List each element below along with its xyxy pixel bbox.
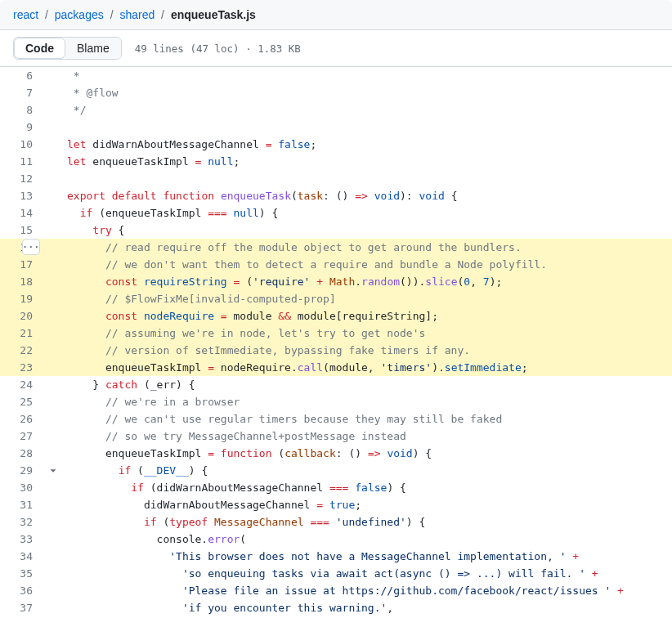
code-line[interactable]: 14 if (enqueueTaskImpl === null) { <box>0 204 672 222</box>
code-line[interactable]: 21 // assuming we're in node, let's try … <box>0 325 672 342</box>
code-content[interactable]: const requireString = ('require' + Math.… <box>62 273 502 290</box>
code-line[interactable]: 18 const requireString = ('require' + Ma… <box>0 273 672 290</box>
code-content[interactable]: if (didWarnAboutMessageChannel === false… <box>62 479 406 496</box>
code-line[interactable]: 13export default function enqueueTask(ta… <box>0 187 672 204</box>
line-number[interactable]: 17 <box>0 256 47 273</box>
code-content[interactable]: // assuming we're in node, let's try to … <box>62 325 425 342</box>
line-number[interactable]: 8 <box>0 101 47 119</box>
blame-tab-button[interactable]: Blame <box>65 38 121 59</box>
line-number[interactable]: 28 <box>0 445 47 462</box>
line-number[interactable]: 36 <box>0 582 47 599</box>
code-line[interactable]: 31 didWarnAboutMessageChannel = true; <box>0 496 672 513</box>
code-content[interactable]: */ <box>62 101 86 119</box>
line-number[interactable]: 14 <box>0 204 47 222</box>
line-number[interactable]: 15 <box>0 222 47 239</box>
line-number[interactable]: 32 <box>0 513 47 531</box>
line-number[interactable]: 11 <box>0 153 47 170</box>
line-number[interactable]: 25 <box>0 393 47 410</box>
code-content[interactable]: export default function enqueueTask(task… <box>62 187 458 204</box>
code-line[interactable]: 32 if (typeof MessageChannel === 'undefi… <box>0 513 672 531</box>
code-content[interactable]: if (__DEV__) { <box>62 462 208 479</box>
line-number[interactable]: 37 <box>0 599 47 616</box>
code-content[interactable]: let didWarnAboutMessageChannel = false; <box>62 136 316 153</box>
code-line[interactable]: 10let didWarnAboutMessageChannel = false… <box>0 136 672 153</box>
code-line[interactable]: 30 if (didWarnAboutMessageChannel === fa… <box>0 479 672 496</box>
code-content[interactable]: const nodeRequire = module && module[req… <box>62 307 438 325</box>
line-number[interactable]: 7 <box>0 84 47 101</box>
breadcrumb-link-0[interactable]: react <box>13 8 38 21</box>
line-number[interactable]: 19 <box>0 290 47 307</box>
line-actions-button[interactable]: ··· <box>22 239 40 255</box>
code-line[interactable]: 7 * @flow <box>0 84 672 101</box>
code-line[interactable]: 33 console.error( <box>0 531 672 548</box>
code-content[interactable]: 'so enqueuing tasks via await act(async … <box>62 565 598 582</box>
code-line[interactable]: 26 // we can't use regular timers becaus… <box>0 410 672 428</box>
code-line[interactable]: 23 enqueueTaskImpl = nodeRequire.call(mo… <box>0 359 672 376</box>
code-content[interactable]: * <box>62 67 80 84</box>
code-line[interactable]: 25 // we're in a browser <box>0 393 672 410</box>
code-content[interactable]: // we don't want them to detect a requir… <box>62 256 547 273</box>
code-line[interactable]: 15 try { <box>0 222 672 239</box>
code-content[interactable]: let enqueueTaskImpl = null; <box>62 153 240 170</box>
line-number[interactable]: 20 <box>0 307 47 325</box>
code-content[interactable]: } catch (_err) { <box>62 376 195 393</box>
line-number[interactable]: 18 <box>0 273 47 290</box>
code-content[interactable]: // we can't use regular timers because t… <box>62 410 502 428</box>
code-content[interactable]: if (enqueueTaskImpl === null) { <box>62 204 278 222</box>
line-number[interactable]: 9 <box>0 119 47 136</box>
code-content[interactable]: enqueueTaskImpl = nodeRequire.call(modul… <box>62 359 528 376</box>
line-number[interactable]: 33 <box>0 531 47 548</box>
code-content[interactable]: // so we try MessageChannel+postMessage … <box>62 428 406 445</box>
code-content[interactable]: 'Please file an issue at https://github.… <box>62 582 624 599</box>
code-content[interactable]: try { <box>62 222 124 239</box>
code-content[interactable]: didWarnAboutMessageChannel = true; <box>62 496 361 513</box>
code-tab-button[interactable]: Code <box>14 38 65 59</box>
line-number[interactable]: 29 <box>0 462 47 479</box>
code-content[interactable]: 'This browser does not have a MessageCha… <box>62 548 579 565</box>
code-line[interactable]: 12 <box>0 170 672 187</box>
code-content[interactable]: enqueueTaskImpl = function (callback: ()… <box>62 445 432 462</box>
code-content[interactable] <box>62 170 67 187</box>
code-line[interactable]: 6 * <box>0 67 672 84</box>
code-content[interactable]: console.error( <box>62 531 246 548</box>
code-line[interactable]: 22 // version of setImmediate, bypassing… <box>0 342 672 359</box>
fold-toggle[interactable] <box>47 462 62 479</box>
code-line[interactable]: 9 <box>0 119 672 136</box>
line-number[interactable]: 22 <box>0 342 47 359</box>
code-content[interactable] <box>62 119 67 136</box>
code-content[interactable]: // $FlowFixMe[invalid-computed-prop] <box>62 290 336 307</box>
code-line[interactable]: 8 */ <box>0 101 672 119</box>
code-content[interactable]: * @flow <box>62 84 119 101</box>
code-line[interactable]: 20 const nodeRequire = module && module[… <box>0 307 672 325</box>
line-number[interactable]: 31 <box>0 496 47 513</box>
line-number[interactable]: 21 <box>0 325 47 342</box>
code-line[interactable]: 16 // read require off the module object… <box>0 239 672 256</box>
code-line[interactable]: 36 'Please file an issue at https://gith… <box>0 582 672 599</box>
code-line[interactable]: 34 'This browser does not have a Message… <box>0 548 672 565</box>
code-content[interactable]: if (typeof MessageChannel === 'undefined… <box>62 513 425 531</box>
line-number[interactable]: 27 <box>0 428 47 445</box>
code-content[interactable]: // we're in a browser <box>62 393 240 410</box>
line-number[interactable]: 13 <box>0 187 47 204</box>
code-content[interactable]: // version of setImmediate, bypassing fa… <box>62 342 470 359</box>
code-line[interactable]: 37 'if you encounter this warning.', <box>0 599 672 616</box>
line-number[interactable]: 35 <box>0 565 47 582</box>
code-line[interactable]: 11let enqueueTaskImpl = null; <box>0 153 672 170</box>
code-viewer[interactable]: 6 *7 * @flow8 */910let didWarnAboutMessa… <box>0 67 672 616</box>
code-line[interactable]: 27 // so we try MessageChannel+postMessa… <box>0 428 672 445</box>
line-number[interactable]: 6 <box>0 67 47 84</box>
code-line[interactable]: 35 'so enqueuing tasks via await act(asy… <box>0 565 672 582</box>
line-number[interactable]: 10 <box>0 136 47 153</box>
breadcrumb-link-2[interactable]: shared <box>119 8 155 21</box>
line-number[interactable]: 30 <box>0 479 47 496</box>
breadcrumb-link-1[interactable]: packages <box>55 8 104 21</box>
code-line[interactable]: 24 } catch (_err) { <box>0 376 672 393</box>
code-content[interactable]: // read require off the module object to… <box>62 239 522 256</box>
code-line[interactable]: 29 if (__DEV__) { <box>0 462 672 479</box>
line-number[interactable]: 34 <box>0 548 47 565</box>
code-line[interactable]: 19 // $FlowFixMe[invalid-computed-prop] <box>0 290 672 307</box>
code-line[interactable]: 28 enqueueTaskImpl = function (callback:… <box>0 445 672 462</box>
line-number[interactable]: 12 <box>0 170 47 187</box>
code-content[interactable]: 'if you encounter this warning.', <box>62 599 393 616</box>
line-number[interactable]: 23 <box>0 359 47 376</box>
